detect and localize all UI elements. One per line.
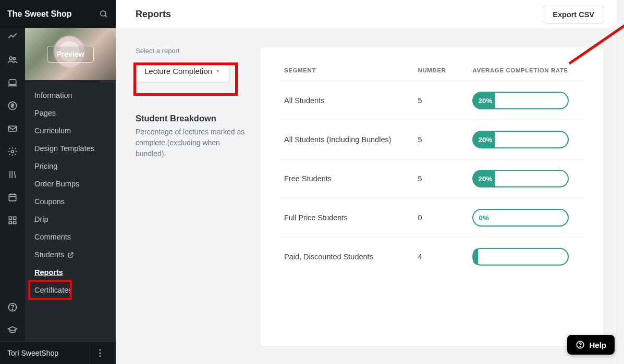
svg-line-1: [105, 15, 107, 17]
completion-fill: 20%: [473, 170, 495, 187]
nav-pricing[interactable]: Pricing: [25, 157, 116, 175]
page-title: Reports: [136, 9, 171, 20]
nav-pages[interactable]: Pages: [25, 104, 116, 122]
dollar-icon[interactable]: [7, 100, 18, 111]
report-table: SEGMENT NUMBER AVERAGE COMPLETION RATE A…: [280, 60, 584, 276]
completion-pill: 20%: [472, 131, 569, 148]
gear-icon[interactable]: [7, 146, 18, 157]
analytics-icon[interactable]: [7, 31, 18, 43]
svg-point-2: [9, 57, 12, 59]
nav-certificates[interactable]: Certificates: [25, 281, 116, 299]
nav-information[interactable]: Information: [25, 86, 116, 104]
preview-button[interactable]: Preview: [47, 46, 94, 62]
top-bar: Reports Export CSV: [116, 0, 624, 29]
mail-icon[interactable]: [7, 123, 18, 134]
table-row: Full Price Students00%: [280, 198, 584, 237]
table-row: Paid, Discounted Students4: [280, 237, 584, 277]
apps-icon[interactable]: [7, 215, 18, 226]
completion-pill: [472, 248, 569, 266]
report-select[interactable]: Lecture Completion ▾: [136, 60, 229, 82]
nav-order-bumps[interactable]: Order Bumps: [25, 175, 116, 193]
graduation-icon[interactable]: [7, 324, 18, 336]
cell-rate: [468, 237, 584, 277]
nav-comments[interactable]: Comments: [25, 228, 116, 246]
report-select-label: Select a report: [136, 47, 245, 55]
export-csv-button[interactable]: Export CSV: [543, 6, 604, 23]
svg-point-23: [99, 355, 101, 357]
svg-point-7: [11, 150, 14, 153]
nav-coupons[interactable]: Coupons: [25, 193, 116, 210]
completion-pill: 0%: [472, 209, 569, 227]
cell-number: 5: [414, 159, 469, 198]
user-menu-icon[interactable]: [91, 342, 108, 364]
completion-fill: 20%: [473, 131, 495, 148]
svg-rect-4: [9, 80, 16, 84]
calendar-icon[interactable]: [7, 192, 18, 203]
cell-rate: 0%: [468, 198, 584, 237]
library-icon[interactable]: [7, 169, 18, 180]
brand-title: The Sweet Shop: [7, 9, 99, 19]
svg-rect-15: [9, 217, 11, 219]
col-header-segment: SEGMENT: [280, 60, 414, 81]
cell-number: 5: [414, 120, 469, 159]
completion-fill: [473, 248, 478, 265]
people-icon[interactable]: [7, 54, 18, 66]
breakdown-description: Percentage of lectures marked as complet…: [136, 127, 245, 159]
svg-point-3: [13, 57, 15, 59]
cell-segment: All Students: [280, 81, 414, 120]
brand-bar: The Sweet Shop: [0, 0, 116, 28]
help-circle-icon[interactable]: [7, 302, 18, 313]
report-select-value: Lecture Completion: [144, 67, 212, 76]
nav-students[interactable]: Students: [25, 246, 116, 263]
cell-number: 4: [414, 237, 469, 277]
svg-rect-17: [9, 221, 11, 224]
table-row: All Students520%: [280, 81, 584, 120]
completion-zero-label: 0%: [479, 210, 489, 225]
cell-rate: 20%: [468, 81, 584, 120]
main-content: Reports Export CSV Select a report Lectu…: [116, 0, 624, 364]
course-sidebar: Preview Information Pages Curriculum Des…: [25, 0, 116, 364]
svg-point-20: [12, 309, 13, 310]
table-row: All Students (Including Bundles)520%: [280, 120, 584, 159]
icon-rail: [0, 0, 25, 364]
nav-design-templates[interactable]: Design Templates: [25, 140, 116, 157]
nav-drip[interactable]: Drip: [25, 210, 116, 228]
svg-point-21: [99, 349, 101, 350]
chevron-down-icon: ▾: [216, 68, 219, 74]
cell-number: 0: [414, 198, 469, 237]
completion-fill: 20%: [473, 92, 495, 109]
scrollbar[interactable]: [617, 0, 624, 364]
course-nav: Information Pages Curriculum Design Temp…: [25, 80, 116, 305]
breakdown-title: Student Breakdown: [136, 114, 245, 123]
cell-segment: Paid, Discounted Students: [280, 237, 414, 277]
svg-rect-18: [14, 221, 16, 224]
cell-segment: Free Students: [280, 159, 414, 198]
cell-rate: 20%: [468, 120, 584, 159]
user-bar[interactable]: Tori SweetShop: [0, 341, 116, 364]
completion-pill: 20%: [472, 170, 569, 187]
help-icon: [576, 340, 585, 349]
help-label: Help: [589, 341, 606, 349]
cell-rate: 20%: [468, 159, 584, 198]
laptop-icon[interactable]: [7, 77, 18, 89]
external-link-icon: [67, 252, 74, 258]
svg-rect-11: [9, 194, 16, 201]
col-header-number: NUMBER: [414, 60, 469, 81]
svg-point-0: [101, 11, 106, 16]
cell-segment: All Students (Including Bundles): [280, 120, 414, 159]
cell-number: 5: [414, 81, 469, 120]
nav-curriculum[interactable]: Curriculum: [25, 122, 116, 140]
svg-rect-16: [14, 217, 16, 219]
cell-segment: Full Price Students: [280, 198, 414, 237]
col-header-rate: AVERAGE COMPLETION RATE: [468, 60, 584, 81]
table-row: Free Students520%: [280, 159, 584, 198]
report-card: SEGMENT NUMBER AVERAGE COMPLETION RATE A…: [260, 47, 604, 346]
nav-reports[interactable]: Reports: [25, 263, 116, 281]
help-widget[interactable]: Help: [567, 335, 615, 355]
svg-point-22: [99, 352, 101, 354]
svg-rect-6: [9, 126, 17, 131]
svg-line-10: [14, 171, 16, 178]
svg-point-27: [580, 346, 581, 347]
search-icon[interactable]: [99, 9, 108, 19]
course-hero: Preview: [25, 28, 116, 80]
